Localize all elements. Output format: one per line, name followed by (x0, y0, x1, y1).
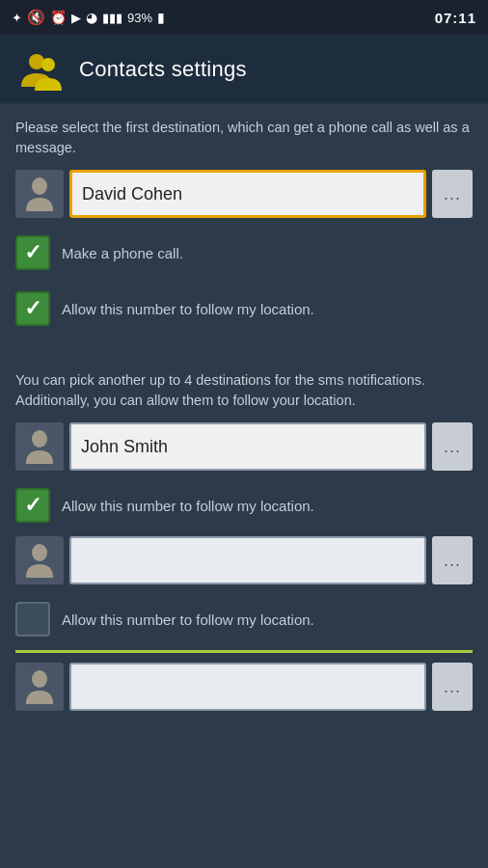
green-accent-line (15, 650, 473, 653)
checkmark-location1: ✓ (24, 298, 41, 319)
contact3-dots-button[interactable]: ... (432, 536, 473, 584)
svg-point-4 (32, 544, 47, 561)
contact4-input[interactable] (69, 663, 426, 711)
checkbox-location2-row: ✓ Allow this number to follow my locatio… (15, 480, 473, 530)
checkbox-phone-label: Make a phone call. (62, 245, 183, 261)
bluetooth-icon: ✦ (12, 11, 22, 25)
dots-icon-3: ... (444, 551, 461, 571)
contact2-dots-button[interactable]: ... (432, 422, 473, 471)
checkbox-location3[interactable] (15, 602, 50, 637)
checkmark-location2: ✓ (24, 495, 41, 516)
checkbox-location3-label: Allow this number to follow my location. (62, 611, 314, 628)
avatar-2 (15, 422, 64, 471)
contact1-input[interactable] (69, 170, 426, 218)
checkbox-location1-label: Allow this number to follow my location. (62, 301, 314, 317)
signal-icon: ▮▮▮ (102, 11, 122, 25)
checkbox-location1[interactable]: ✓ (15, 291, 50, 326)
main-content: Please select the first destination, whi… (0, 104, 488, 334)
contact1-dots-button[interactable]: ... (432, 170, 473, 218)
checkmark-phone: ✓ (24, 242, 41, 263)
location-icon: ▶ (71, 11, 81, 25)
checkbox-location2[interactable]: ✓ (15, 488, 50, 523)
avatar-1 (15, 170, 64, 218)
status-icons: ✦ 🔇 ⏰ ▶ ◕ ▮▮▮ 93% ▮ (12, 9, 165, 26)
wifi-icon: ◕ (86, 10, 97, 25)
checkbox-location1-row: ✓ Allow this number to follow my locatio… (15, 284, 473, 334)
alarm-icon: ⏰ (50, 10, 67, 25)
svg-point-1 (41, 58, 55, 71)
battery-icon: ▮ (157, 10, 165, 25)
contact2-input[interactable] (69, 422, 426, 471)
contact4-dots-button[interactable]: ... (432, 663, 473, 711)
contact3-row: ... (15, 536, 473, 584)
contacts-icon (15, 48, 66, 91)
checkbox-location3-row: Allow this number to follow my location. (15, 594, 473, 644)
avatar-3 (15, 536, 64, 584)
status-bar: ✦ 🔇 ⏰ ▶ ◕ ▮▮▮ 93% ▮ 07:11 (0, 0, 488, 35)
page-title: Contacts settings (79, 57, 247, 82)
svg-point-3 (32, 430, 47, 448)
checkbox-phone[interactable]: ✓ (15, 235, 50, 270)
dots-icon: ... (444, 184, 461, 204)
dots-icon-4: ... (444, 677, 461, 697)
contact4-row: ... (15, 663, 473, 711)
contact3-input[interactable] (69, 536, 426, 584)
svg-point-2 (32, 177, 47, 195)
checkbox-phone-row: ✓ Make a phone call. (15, 228, 473, 278)
svg-point-5 (32, 670, 47, 688)
contact2-row: ... (15, 422, 473, 471)
contact1-row: ... (15, 170, 473, 218)
checkbox-location2-label: Allow this number to follow my location. (62, 498, 314, 514)
app-header: Contacts settings (0, 35, 488, 104)
section2-content: You can pick another up to 4 destination… (0, 357, 488, 711)
dots-icon-2: ... (444, 437, 461, 457)
section-divider (0, 339, 488, 357)
section2-description: You can pick another up to 4 destination… (15, 370, 473, 411)
status-time: 07:11 (435, 10, 476, 26)
battery-text: 93% (127, 11, 152, 25)
mute-icon: 🔇 (27, 9, 45, 26)
avatar-4 (15, 663, 64, 711)
section1-description: Please select the first destination, whi… (15, 118, 473, 158)
